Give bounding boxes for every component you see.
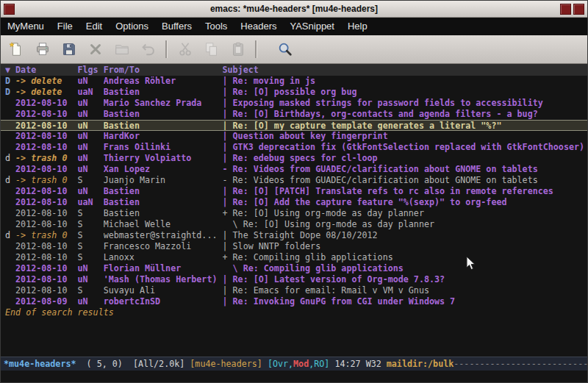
row-flags: uN	[78, 153, 104, 164]
menu-mymenu[interactable]: MyMenu	[1, 18, 51, 35]
row-date: 2012-08-10	[15, 219, 77, 230]
close-window-button[interactable]	[573, 4, 584, 15]
row-mark	[5, 208, 15, 219]
row-date: 2012-08-10	[15, 186, 77, 197]
modeline-maildir: maildir:/bulk	[387, 359, 453, 369]
row-date: 2012-08-10	[15, 131, 77, 142]
row-date: -> delete	[15, 76, 77, 87]
table-row[interactable]: 2012-08-10SFrancesco Mazzoli| Slow NNTP …	[1, 241, 587, 252]
row-from: Bastien	[104, 197, 223, 208]
row-flags: S	[78, 285, 104, 296]
table-row[interactable]: D -> deleteuNAndreas Röhler| Re: moving …	[1, 76, 587, 87]
row-from: Bastien	[104, 121, 223, 130]
row-subject: | Re: [O] [PATCH] Translate refs to rc a…	[223, 186, 588, 197]
paste-button[interactable]	[226, 38, 249, 61]
table-row[interactable]: 2012-08-10uNXan Lopez- Re: Videos from G…	[1, 164, 587, 175]
row-flags: uN	[78, 274, 104, 285]
table-row[interactable]: 2012-08-10uNFrans Oilinki| GTK3 deprecat…	[1, 142, 587, 153]
row-date: -> trash 0	[15, 175, 77, 186]
print-button[interactable]	[31, 38, 54, 61]
row-mark	[5, 252, 15, 263]
row-from: Suvayu Ali	[104, 285, 223, 296]
search-button[interactable]	[273, 38, 296, 61]
row-from: Frans Oilinki	[104, 142, 223, 153]
modeline-status-ro: ,RO]	[309, 359, 329, 369]
row-subject: | Question about key fingerprint	[223, 131, 588, 142]
row-from: Bastien	[104, 208, 223, 219]
undo-icon	[140, 41, 157, 57]
row-mark	[5, 219, 15, 230]
row-date: -> delete	[15, 87, 77, 98]
row-date: 2012-08-10	[15, 98, 77, 109]
mode-line: *mu4e-headers* ( 5, 0) [All/2.0k] [mu4e-…	[1, 357, 587, 371]
row-from: Mario Sanchez Prada	[104, 98, 223, 109]
row-mark	[5, 285, 15, 296]
row-mark	[5, 263, 15, 274]
menu-buffers[interactable]: Buffers	[155, 18, 198, 35]
close-buffer-button[interactable]	[84, 38, 107, 61]
row-flags: uN	[78, 186, 104, 197]
modeline-position: ( 5, 0)	[76, 359, 133, 369]
modeline-buffer-name: *mu4e-headers*	[4, 359, 76, 369]
menu-headers[interactable]: Headers	[234, 18, 283, 35]
row-subject: | Re: [O] my capture template generates …	[223, 121, 588, 130]
cut-button[interactable]	[173, 38, 196, 61]
table-row[interactable]: 2012-08-10uNBastien| Re: [O] Birthdays, …	[1, 109, 587, 120]
table-row[interactable]: 2012-08-10SBastien+ Re: [O] Using org-mo…	[1, 208, 587, 219]
menu-options[interactable]: Options	[109, 18, 155, 35]
table-row[interactable]: d -> trash 0uNThierry Volpiatto| Re: ede…	[1, 153, 587, 164]
column-header-flags: Flgs	[78, 64, 104, 76]
table-row[interactable]: 2012-08-10SLanoxx+ Re: Compiling glib ap…	[1, 252, 587, 263]
modeline-size: [All/2.0k]	[133, 359, 190, 369]
table-row[interactable]: 2012-08-10uNFlorian Müllner \ Re: Compil…	[1, 263, 587, 274]
maximize-button[interactable]	[560, 4, 571, 15]
row-flags: uN	[78, 109, 104, 120]
menu-edit[interactable]: Edit	[79, 18, 109, 35]
row-from: Florian Müllner	[104, 263, 223, 274]
new-file-button[interactable]	[4, 38, 27, 61]
row-flags: S	[78, 230, 104, 241]
print-icon	[35, 41, 51, 57]
row-subject: | Re: Emacs for email: Rmail v VM v Gnus	[223, 285, 588, 296]
copy-button[interactable]	[200, 38, 223, 61]
folder-button[interactable]	[110, 38, 133, 61]
row-flags: S	[78, 241, 104, 252]
row-subject: | Re: [O] Latest version of Org-mode 7.8…	[223, 274, 588, 285]
row-flags: S	[78, 208, 104, 219]
row-subject: \ Re: [O] Using org-mode as day planner	[223, 219, 588, 230]
menu-bar: MyMenu File Edit Options Buffers Tools H…	[1, 18, 587, 35]
row-subject: | Exposing masked strings for password f…	[223, 98, 588, 109]
table-row[interactable]: 2012-08-10SSuvayu Ali| Re: Emacs for ema…	[1, 285, 587, 296]
emacs-window: emacs: *mu4e-headers* [mu4e-headers] MyM…	[0, 0, 588, 383]
table-row[interactable]: 2012-08-10uaNBastien| Re: [O] Add the ca…	[1, 197, 587, 208]
tool-bar	[1, 35, 587, 64]
cut-icon	[177, 41, 193, 57]
row-from: webmaster@straightd...	[104, 230, 223, 241]
table-row[interactable]: 2012-08-10uNBastien| Re: [O] [PATCH] Tra…	[1, 186, 587, 197]
copy-icon	[204, 41, 220, 57]
row-flags: uN	[78, 142, 104, 153]
row-date: 2012-08-10	[15, 274, 77, 285]
row-mark: D	[5, 87, 15, 98]
menu-yasnippet[interactable]: YASnippet	[283, 18, 340, 35]
menu-file[interactable]: File	[51, 18, 79, 35]
row-subject: | Re: [O] possible org bug	[223, 87, 588, 98]
table-row[interactable]: 2012-08-10uNBastien| Re: [O] my capture …	[1, 120, 587, 131]
save-button[interactable]	[57, 38, 80, 61]
table-row[interactable]: 2012-08-10SMichael Welle \ Re: [O] Using…	[1, 219, 587, 230]
undo-button[interactable]	[137, 38, 159, 61]
table-row[interactable]: d -> trash 0Swebmaster@straightd...| The…	[1, 230, 587, 241]
table-row[interactable]: D -> deleteuaNBastien| Re: [O] possible …	[1, 87, 587, 98]
table-row[interactable]: 2012-08-09uNrobertcInSD| Re: Invoking Gn…	[1, 296, 587, 307]
table-row[interactable]: 2012-08-10uNMario Sanchez Prada| Exposin…	[1, 98, 587, 109]
menu-tools[interactable]: Tools	[198, 18, 234, 35]
menu-help[interactable]: Help	[341, 18, 374, 35]
row-date: 2012-08-10	[15, 142, 77, 153]
table-row[interactable]: d -> trash 0SJuanjo Marin- Re: Videos fr…	[1, 175, 587, 186]
row-from: HardKor	[104, 131, 223, 142]
modeline-window-id: W32	[366, 359, 387, 369]
row-from: Bastien	[104, 109, 223, 120]
table-row[interactable]: 2012-08-10uN'Mash (Thomas Herbert)| Re: …	[1, 274, 587, 285]
table-row[interactable]: 2012-08-10uNHardKor| Question about key …	[1, 131, 587, 142]
toolbar-separator	[165, 40, 168, 58]
